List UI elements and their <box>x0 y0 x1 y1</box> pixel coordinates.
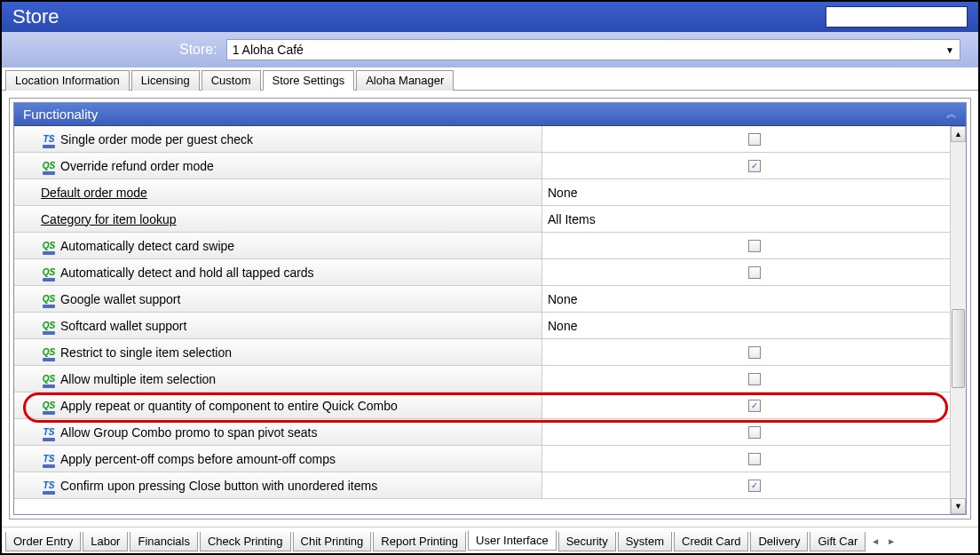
row-label-cell: QSAllow multiple item selection <box>14 366 542 392</box>
select-value: None <box>548 186 577 200</box>
qs-icon: QS <box>41 345 57 360</box>
collapse-icon[interactable]: ︽ <box>946 107 957 122</box>
row-label: Automatically detect and hold all tapped… <box>60 266 314 280</box>
top-tab-aloha-manager[interactable]: Aloha Manager <box>356 70 454 91</box>
row-label: Allow multiple item selection <box>60 372 216 386</box>
bottom-tab-user-interface[interactable]: User Interface <box>468 530 557 551</box>
bottom-tabs: Order EntryLaborFinancialsCheck Printing… <box>2 527 978 553</box>
top-tab-store-settings[interactable]: Store Settings <box>263 70 355 91</box>
tabs-scroll-right-button[interactable]: ► <box>883 536 899 546</box>
qs-icon: QS <box>41 319 57 333</box>
row-label: Apply percent-off comps before amount-of… <box>60 452 336 466</box>
row-label-cell: QSApply repeat or quantity of component … <box>14 392 542 418</box>
row-value-cell[interactable]: ✓ <box>542 153 966 178</box>
bottom-tab-gift-car[interactable]: Gift Car <box>810 532 865 551</box>
section-header[interactable]: Functionality ︽ <box>14 103 966 126</box>
top-tab-location-information[interactable]: Location Information <box>5 70 130 91</box>
select-value: None <box>548 319 577 333</box>
checkbox[interactable] <box>748 426 761 439</box>
row-value-cell[interactable]: ✓ <box>542 392 966 418</box>
scroll-track[interactable] <box>951 142 966 498</box>
select-value: None <box>548 292 577 306</box>
row-label: Allow Group Combo promo to span pivot se… <box>60 425 317 440</box>
row-value-cell[interactable] <box>542 366 966 392</box>
checkbox[interactable] <box>748 133 761 146</box>
bottom-tab-system[interactable]: System <box>618 532 672 551</box>
grid-body: TSSingle order mode per guest checkQSOve… <box>14 126 966 514</box>
bottom-tab-security[interactable]: Security <box>558 532 616 551</box>
content-area: Functionality ︽ TSSingle order mode per … <box>9 98 971 519</box>
bottom-tab-order-entry[interactable]: Order Entry <box>5 532 81 551</box>
settings-row: QSApply repeat or quantity of component … <box>14 392 966 419</box>
row-label-cell: Default order mode <box>14 179 542 205</box>
checkbox[interactable] <box>748 453 761 465</box>
row-value-cell[interactable]: None▼ <box>542 313 966 338</box>
scroll-down-button[interactable]: ▼ <box>951 498 966 514</box>
vertical-scrollbar[interactable]: ▲ ▼ <box>950 126 966 514</box>
search-input[interactable] <box>826 6 968 28</box>
row-value-cell[interactable] <box>542 419 966 445</box>
row-label-cell: Category for item lookup <box>14 206 542 232</box>
row-label: Default order mode <box>41 186 147 200</box>
bottom-tab-credit-card[interactable]: Credit Card <box>674 532 748 551</box>
store-dropdown[interactable]: 1 Aloha Café ▼ <box>226 39 960 60</box>
top-tab-custom[interactable]: Custom <box>202 70 261 91</box>
store-value: 1 Aloha Café <box>233 43 304 57</box>
settings-row: TSConfirm upon pressing Close button wit… <box>14 472 966 499</box>
row-label: Apply repeat or quantity of component to… <box>60 399 398 413</box>
checkbox[interactable] <box>748 266 761 279</box>
row-value-cell[interactable] <box>542 126 966 152</box>
settings-row: QSAllow multiple item selection <box>14 366 966 392</box>
store-label: Store: <box>179 42 217 58</box>
ts-icon: TS <box>41 479 57 493</box>
row-label-cell: QSAutomatically detect and hold all tapp… <box>14 259 542 285</box>
row-value-cell[interactable] <box>542 233 966 258</box>
checkbox[interactable]: ✓ <box>748 480 761 492</box>
bottom-tab-labor[interactable]: Labor <box>83 532 128 551</box>
row-label: Single order mode per guest check <box>60 132 253 147</box>
bottom-tab-report-printing[interactable]: Report Printing <box>373 532 466 551</box>
row-value-cell[interactable] <box>542 446 966 472</box>
store-selector-bar: Store: 1 Aloha Café ▼ <box>2 32 978 67</box>
row-value-cell[interactable]: None▼ <box>542 179 966 205</box>
checkbox[interactable] <box>748 346 761 359</box>
titlebar: Store <box>2 2 978 32</box>
settings-row: TSAllow Group Combo promo to span pivot … <box>14 419 966 446</box>
qs-icon: QS <box>41 239 57 253</box>
settings-row: QSAutomatically detect card swipe <box>14 233 966 259</box>
checkbox[interactable] <box>748 240 761 252</box>
qs-icon: QS <box>41 399 57 413</box>
settings-row: TSApply percent-off comps before amount-… <box>14 446 966 472</box>
row-label-cell: QSAutomatically detect card swipe <box>14 233 542 258</box>
checkbox[interactable] <box>748 373 761 385</box>
bottom-tab-delivery[interactable]: Delivery <box>750 532 808 551</box>
section-title: Functionality <box>23 107 98 122</box>
ts-icon: TS <box>41 132 57 147</box>
row-label-cell: QSGoogle wallet support <box>14 286 542 312</box>
tabs-scroll-left-button[interactable]: ◄ <box>867 536 883 546</box>
top-tab-licensing[interactable]: Licensing <box>131 70 200 91</box>
row-value-cell[interactable] <box>542 259 966 285</box>
settings-row: Category for item lookupAll Items▼ <box>14 206 966 233</box>
settings-row: QSRestrict to single item selection <box>14 339 966 366</box>
scroll-up-button[interactable]: ▲ <box>951 126 966 142</box>
scroll-thumb[interactable] <box>952 309 965 387</box>
ts-icon: TS <box>41 425 57 440</box>
row-value-cell[interactable] <box>542 339 966 365</box>
bottom-tab-check-printing[interactable]: Check Printing <box>200 532 291 551</box>
checkbox[interactable]: ✓ <box>748 160 761 172</box>
settings-grid: Functionality ︽ TSSingle order mode per … <box>13 102 967 515</box>
row-value-cell[interactable]: ✓ <box>542 472 966 498</box>
qs-icon: QS <box>41 372 57 386</box>
bottom-tab-financials[interactable]: Financials <box>130 532 198 551</box>
checkbox[interactable]: ✓ <box>748 400 761 412</box>
row-label: Category for item lookup <box>41 212 177 226</box>
window-title: Store <box>12 5 59 28</box>
bottom-tab-chit-printing[interactable]: Chit Printing <box>293 532 372 551</box>
row-label: Google wallet support <box>60 292 180 306</box>
row-value-cell[interactable]: None▼ <box>542 286 966 312</box>
row-label-cell: QSSoftcard wallet support <box>14 313 542 338</box>
ts-icon: TS <box>41 452 57 466</box>
row-value-cell[interactable]: All Items▼ <box>542 206 966 232</box>
row-label: Softcard wallet support <box>60 319 186 333</box>
